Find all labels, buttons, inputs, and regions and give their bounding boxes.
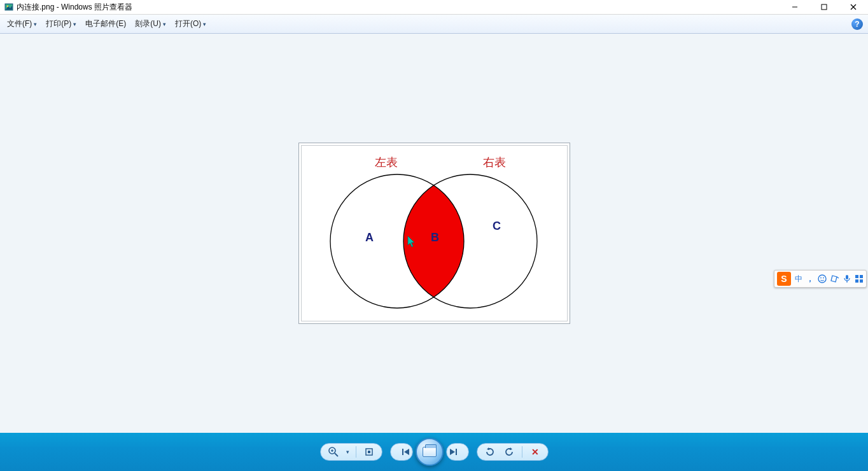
image-viewport[interactable]: 左表 右表 A B C — [0, 34, 868, 433]
svg-rect-23 — [855, 275, 858, 278]
mic-icon[interactable] — [843, 274, 851, 283]
slideshow-icon — [423, 447, 437, 457]
ime-toolbar[interactable]: S 中 ， — [774, 270, 867, 288]
svg-rect-24 — [860, 275, 863, 278]
svg-rect-21 — [846, 275, 848, 279]
zoom-group: ▾ — [320, 443, 382, 461]
nav-group — [390, 443, 413, 461]
app-icon — [4, 2, 14, 12]
menu-print[interactable]: 打印(P)▾ — [41, 15, 81, 32]
region-b-label: B — [431, 231, 439, 244]
minimize-button[interactable] — [780, 0, 809, 15]
chevron-down-icon[interactable]: ▾ — [346, 449, 349, 455]
previous-button[interactable] — [400, 446, 412, 458]
note-icon[interactable] — [830, 274, 839, 283]
zoom-button[interactable] — [327, 446, 340, 458]
chevron-down-icon: ▾ — [203, 21, 206, 27]
region-a-label: A — [365, 231, 374, 244]
image-frame: 左表 右表 A B C — [298, 143, 570, 324]
svg-rect-15 — [368, 451, 370, 453]
right-table-label: 右表 — [483, 156, 506, 169]
help-button[interactable]: ? — [851, 18, 863, 30]
window-title: 内连接.png - Windows 照片查看器 — [17, 2, 132, 13]
bottom-toolbar: ▾ ✕ — [0, 433, 868, 471]
sogou-icon[interactable]: S — [777, 272, 791, 286]
left-table-label: 左表 — [375, 156, 398, 169]
menu-burn[interactable]: 刻录(U)▾ — [130, 15, 171, 32]
svg-point-18 — [818, 275, 826, 283]
close-icon: ✕ — [531, 447, 539, 457]
titlebar: 内连接.png - Windows 照片查看器 — [0, 0, 868, 15]
rotate-ccw-button[interactable] — [484, 446, 496, 458]
menubar: 文件(F)▾ 打印(P)▾ 电子邮件(E) 刻录(U)▾ 打开(O)▾ ? — [0, 15, 868, 34]
ime-punct[interactable]: ， — [806, 274, 814, 285]
ime-lang[interactable]: 中 — [795, 274, 802, 285]
delete-button[interactable]: ✕ — [529, 446, 542, 458]
svg-line-11 — [335, 453, 338, 456]
chevron-down-icon: ▾ — [34, 21, 37, 27]
image-content: 左表 右表 A B C — [301, 145, 568, 321]
menu-email[interactable]: 电子邮件(E) — [81, 15, 130, 32]
svg-rect-17 — [456, 449, 457, 455]
svg-rect-26 — [860, 279, 863, 283]
next-button[interactable] — [447, 446, 459, 458]
slideshow-button[interactable] — [416, 438, 444, 466]
menu-file[interactable]: 文件(F)▾ — [3, 15, 41, 32]
rotate-group: ✕ — [477, 443, 549, 461]
menu-open[interactable]: 打开(O)▾ — [171, 15, 211, 32]
svg-rect-25 — [855, 279, 858, 283]
grid-icon[interactable] — [855, 274, 864, 283]
actual-size-button[interactable] — [363, 446, 375, 458]
svg-rect-16 — [402, 449, 403, 455]
maximize-button[interactable] — [809, 0, 839, 15]
svg-point-7 — [403, 174, 537, 308]
nav-group-2 — [446, 443, 469, 461]
chevron-down-icon: ▾ — [163, 21, 166, 27]
rotate-cw-button[interactable] — [503, 446, 515, 458]
emoji-icon[interactable] — [818, 274, 827, 283]
region-c-label: C — [493, 220, 501, 232]
chevron-down-icon: ▾ — [73, 21, 76, 27]
svg-point-20 — [823, 278, 824, 279]
close-button[interactable] — [839, 0, 868, 15]
svg-point-19 — [820, 278, 822, 279]
svg-rect-3 — [822, 4, 827, 10]
